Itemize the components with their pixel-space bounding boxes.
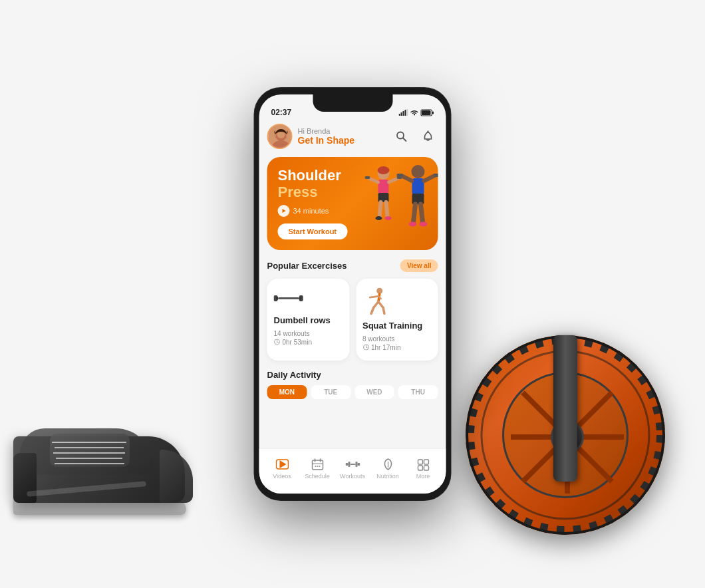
svg-rect-73 [345, 463, 348, 466]
dumbbell-workouts-count: 14 workouts [274, 330, 310, 337]
exercises-grid: Dumbell rows 14 workouts 0hr 53m [267, 279, 438, 361]
svg-rect-10 [405, 110, 406, 116]
svg-rect-40 [434, 174, 438, 177]
svg-rect-46 [276, 297, 278, 300]
bottom-nav: Videos Schedule [259, 448, 446, 494]
ab-wheel-decoration [459, 282, 665, 535]
svg-rect-79 [418, 460, 422, 464]
nutrition-icon [382, 458, 394, 471]
svg-point-70 [315, 466, 316, 467]
nav-item-workouts[interactable]: Workouts [335, 458, 370, 480]
svg-line-55 [370, 297, 378, 298]
avatar [267, 124, 293, 149]
nav-label-more: More [416, 473, 430, 480]
svg-rect-8 [401, 112, 402, 116]
greeting-get: Get [298, 135, 316, 146]
status-icons [399, 109, 434, 116]
svg-rect-75 [348, 462, 350, 467]
day-tab-mon[interactable]: MON [267, 385, 307, 399]
nav-item-more[interactable]: More [406, 458, 441, 480]
nav-label-nutrition: Nutrition [376, 473, 399, 480]
daily-activity-section: Daily Activity MON TUE WED THU [267, 370, 438, 399]
svg-point-72 [319, 466, 320, 467]
header-icons [392, 126, 438, 146]
squat-exercise-name: Squat Training [362, 321, 432, 331]
header-left: Hi Brenda Get In Shape [267, 124, 355, 149]
nav-label-videos: Videos [273, 473, 291, 480]
hero-content: Shoulder Press 34 minutes Start Workout [278, 168, 428, 239]
svg-rect-49 [299, 297, 301, 300]
notifications-button[interactable] [418, 126, 438, 146]
play-triangle [283, 209, 286, 213]
svg-point-71 [317, 466, 318, 467]
squat-workouts: 8 workouts [362, 335, 432, 343]
app-content: Hi Brenda Get In Shape [259, 120, 446, 459]
search-icon [396, 130, 408, 142]
schedule-icon [311, 458, 324, 471]
svg-rect-47 [278, 297, 299, 299]
day-tab-thu[interactable]: THU [398, 385, 438, 399]
exercise-card-squat[interactable]: Squat Training 8 workouts 1hr 17 [356, 279, 438, 361]
svg-rect-77 [350, 464, 355, 465]
dumbbell-exercise-name: Dumbell rows [274, 315, 343, 326]
popular-exercises-title: Popular Excercises [267, 261, 347, 271]
svg-rect-66 [312, 460, 323, 470]
bell-icon [422, 130, 434, 142]
nav-item-videos[interactable]: Videos [265, 458, 300, 480]
play-icon [278, 205, 290, 217]
daily-activity-title: Daily Activity [267, 370, 438, 380]
svg-rect-82 [424, 466, 428, 470]
svg-marker-64 [279, 460, 286, 468]
svg-line-60 [383, 308, 384, 314]
exercise-card-dumbell[interactable]: Dumbell rows 14 workouts 0hr 53m [267, 279, 350, 361]
hero-card: Shoulder Press 34 minutes Start Workout [267, 157, 438, 250]
greeting-text-block: Hi Brenda Get In Shape [298, 127, 355, 146]
squat-duration: 1hr 17min [362, 344, 432, 351]
nav-label-workouts: Workouts [340, 473, 365, 480]
search-button[interactable] [392, 126, 412, 146]
status-time: 02:37 [271, 108, 292, 117]
svg-line-63 [366, 347, 367, 348]
wifi-icon [410, 109, 419, 116]
duration-text: 34 minutes [293, 207, 329, 215]
dumbbell-exercise-icon [274, 287, 343, 315]
dumbbell-duration: 0hr 53min [274, 339, 343, 346]
more-icon [416, 458, 430, 471]
videos-icon [275, 458, 289, 471]
view-all-button[interactable]: View all [400, 259, 438, 272]
svg-rect-13 [432, 111, 434, 114]
battery-icon [421, 109, 434, 116]
workouts-icon [345, 458, 360, 471]
phone-notch [313, 94, 392, 112]
start-workout-button[interactable]: Start Workout [278, 223, 348, 239]
svg-rect-9 [403, 111, 404, 116]
day-tab-wed[interactable]: WED [354, 385, 394, 399]
svg-rect-11 [407, 109, 408, 116]
shoe-decoration [13, 375, 200, 521]
nav-item-schedule[interactable]: Schedule [300, 458, 335, 480]
greeting-accent: In Shape [316, 135, 354, 146]
popular-exercises-header: Popular Excercises View all [267, 259, 438, 272]
svg-line-52 [277, 342, 279, 343]
hero-duration-row: 34 minutes [278, 205, 428, 217]
greeting-main: Get In Shape [298, 135, 355, 146]
svg-rect-76 [355, 462, 357, 467]
greeting-hi: Hi Brenda [298, 127, 355, 135]
day-tabs: MON TUE WED THU [267, 385, 438, 399]
scene: 02:37 [0, 0, 705, 588]
dumbbell-time: 0hr 53min [283, 339, 312, 346]
svg-rect-81 [418, 466, 422, 470]
hero-title: Shoulder [278, 168, 428, 184]
squat-exercise-icon [362, 287, 432, 321]
svg-rect-7 [399, 114, 400, 116]
signal-icon [399, 109, 408, 116]
svg-line-58 [371, 308, 374, 314]
hero-subtitle: Press [278, 184, 428, 201]
clock-icon-2 [362, 344, 369, 351]
nav-item-nutrition[interactable]: Nutrition [370, 458, 406, 480]
day-tab-tue[interactable]: TUE [311, 385, 351, 399]
clock-icon [274, 339, 281, 345]
nav-label-schedule: Schedule [305, 473, 330, 480]
svg-rect-14 [422, 110, 431, 115]
squat-workouts-count: 8 workouts [362, 335, 394, 343]
